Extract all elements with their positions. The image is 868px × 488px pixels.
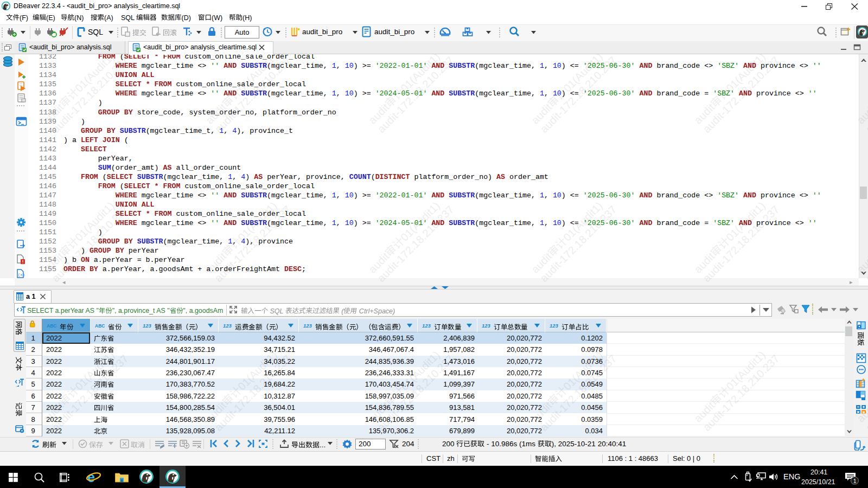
svg-text:e: e xyxy=(87,470,95,485)
svg-text:1: 1 xyxy=(853,478,857,484)
